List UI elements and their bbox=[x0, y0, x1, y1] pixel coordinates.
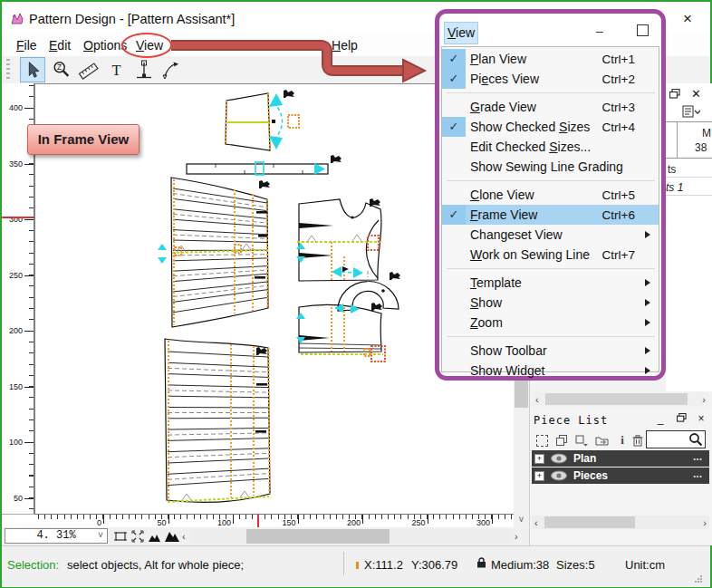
row-more-button[interactable]: ... bbox=[693, 450, 702, 463]
menu-item-changeset-view[interactable]: Changeset View bbox=[442, 225, 659, 245]
piece-list-row-plan[interactable]: +Plan... bbox=[532, 450, 709, 467]
menu-item-clone-view[interactable]: Clone ViewCtrl+5 bbox=[442, 185, 659, 205]
menu-item-show-checked-sizes[interactable]: ✓Show Checked SizesCtrl+4 bbox=[442, 117, 659, 137]
select-cursor-icon bbox=[23, 60, 43, 80]
select-tool-button[interactable] bbox=[20, 57, 45, 82]
canvas-horizontal-scrollbar[interactable] bbox=[192, 529, 511, 544]
scrollbar-thumb[interactable] bbox=[544, 516, 635, 528]
checkmark-icon: ✓ bbox=[442, 49, 466, 69]
menubar-item-obscured-treatment[interactable]: Treatment bbox=[172, 36, 229, 54]
list-menu-icon[interactable] bbox=[682, 105, 700, 120]
check-column bbox=[442, 293, 466, 313]
menu-item-pieces-view[interactable]: ✓Pieces ViewCtrl+2 bbox=[442, 69, 659, 89]
menu-item-label: Zoom bbox=[470, 315, 503, 330]
menu-item-show-widget[interactable]: Show Widget bbox=[442, 361, 659, 381]
menubar-item-obscured-piece[interactable]: Piece bbox=[279, 36, 311, 54]
menu-item-zoom[interactable]: Zoom bbox=[442, 313, 659, 333]
toolbar-drag-handle[interactable] bbox=[6, 59, 10, 81]
menu-item-grade-view[interactable]: Grade ViewCtrl+3 bbox=[442, 97, 659, 117]
menu-item-show-sewing-line-grading[interactable]: Show Sewing Line Grading bbox=[442, 157, 659, 177]
menubar-item-help[interactable]: Help bbox=[332, 36, 358, 54]
v-scrollbar-down-arrow[interactable]: ˅ bbox=[514, 514, 529, 527]
zoom-level-combobox[interactable]: 4. 31% ˅ bbox=[5, 528, 108, 544]
v-scrollbar-thumb[interactable] bbox=[515, 381, 528, 408]
scroll-right-arrow[interactable]: › bbox=[703, 516, 707, 530]
resize-grip[interactable] bbox=[694, 573, 703, 582]
copy-piece-button[interactable] bbox=[553, 432, 570, 448]
panel-restore-icon[interactable] bbox=[669, 89, 680, 101]
size-value-fragment: 38 bbox=[695, 141, 707, 154]
grain-marks bbox=[255, 211, 267, 279]
pin-tool-button[interactable] bbox=[131, 57, 157, 82]
zoom-extents-button[interactable] bbox=[130, 529, 145, 544]
check-column bbox=[442, 97, 466, 117]
curve-tool-button[interactable] bbox=[158, 57, 183, 82]
row-fragment-1: ts bbox=[668, 163, 676, 176]
horizontal-ruler-label: 0 bbox=[83, 518, 101, 527]
menubar-item-options[interactable]: Options bbox=[83, 36, 127, 54]
view-menu-popup: View – ✓Plan ViewCtrl+1✓Pieces ViewCtrl+… bbox=[435, 9, 666, 381]
view-menu-header[interactable]: View bbox=[444, 22, 478, 44]
menubar-item-file[interactable]: File bbox=[16, 36, 37, 54]
info-button[interactable]: i bbox=[614, 432, 630, 448]
copy-icon bbox=[556, 435, 568, 447]
panel-restore-button[interactable] bbox=[673, 412, 689, 425]
delete-button[interactable] bbox=[630, 432, 646, 448]
mdi-minimize-button[interactable]: – bbox=[590, 23, 610, 41]
piece-list-panel: Piece List _ × i +Plan...+Pieces... ‹ bbox=[530, 408, 712, 544]
copy-options-button[interactable] bbox=[573, 432, 590, 448]
piece-search-input[interactable] bbox=[648, 432, 691, 448]
expander-plus-icon[interactable]: + bbox=[534, 454, 544, 464]
panel-close-icon[interactable]: ✕ bbox=[691, 87, 701, 101]
menu-item-label: Grade View bbox=[470, 100, 536, 114]
piece-list-row-pieces[interactable]: +Pieces... bbox=[532, 468, 709, 484]
pattern-piece-skirt-front bbox=[158, 178, 268, 327]
folder-export-icon bbox=[595, 435, 609, 446]
piece-list-h-scrollbar[interactable]: ‹ › bbox=[532, 516, 709, 529]
select-pieces-button[interactable] bbox=[534, 432, 550, 448]
row-more-button[interactable]: ... bbox=[693, 468, 702, 480]
zoom-in-view-button[interactable] bbox=[164, 529, 179, 544]
menubar-item-edit[interactable]: Edit bbox=[49, 36, 71, 54]
menu-item-template[interactable]: Template bbox=[442, 273, 659, 293]
visibility-eye-icon[interactable] bbox=[550, 470, 568, 484]
menu-item-show-toolbar[interactable]: Show Toolbar bbox=[442, 341, 659, 361]
h-scrollbar-thumb[interactable] bbox=[246, 529, 390, 544]
panel-close-button[interactable]: × bbox=[693, 412, 709, 425]
trash-icon bbox=[632, 435, 643, 447]
scroll-left-arrow[interactable]: ‹ bbox=[534, 516, 538, 530]
menubar-item-view[interactable]: View bbox=[136, 36, 163, 54]
fit-frame-button[interactable] bbox=[112, 529, 128, 544]
scroll-right-arrow[interactable]: › bbox=[515, 529, 518, 544]
scrollbar-thumb[interactable] bbox=[545, 393, 688, 405]
measure-tool-button[interactable] bbox=[76, 57, 101, 82]
menu-item-show[interactable]: Show bbox=[442, 293, 659, 313]
zoom-out-view-button[interactable] bbox=[147, 529, 162, 544]
window-close-button[interactable]: × bbox=[676, 9, 699, 29]
menubar-item-obscured-grade[interactable]: Grade bbox=[236, 36, 271, 54]
scroll-left-arrow[interactable]: ‹ bbox=[535, 392, 539, 407]
menu-item-edit-checked-sizes[interactable]: Edit Checked Sizes... bbox=[442, 137, 659, 157]
text-tool-button[interactable]: T bbox=[104, 57, 130, 82]
base-size-value: Medium:38 bbox=[491, 558, 549, 572]
scroll-left-arrow[interactable]: ‹ bbox=[182, 529, 186, 544]
panel-minimize-button[interactable]: _ bbox=[652, 412, 669, 425]
scroll-right-arrow[interactable]: › bbox=[702, 392, 706, 407]
export-piece-button[interactable] bbox=[593, 432, 610, 448]
search-icon bbox=[688, 432, 703, 449]
menu-item-label: Plan View bbox=[470, 52, 526, 66]
menu-separator bbox=[442, 177, 659, 185]
menu-item-label: Show bbox=[470, 295, 502, 310]
check-column bbox=[442, 137, 466, 157]
unit-value: Unit:cm bbox=[625, 558, 665, 572]
status-bar: Selection: select objects, Alt for whole… bbox=[2, 545, 710, 587]
menu-item-label: Show Checked Sizes bbox=[470, 120, 590, 134]
expander-plus-icon[interactable]: + bbox=[534, 471, 544, 481]
visibility-eye-icon[interactable] bbox=[550, 453, 568, 467]
menu-item-work-on-sewing-line[interactable]: Work on Sewing LineCtrl+7 bbox=[442, 245, 659, 265]
mdi-maximize-button[interactable] bbox=[637, 24, 649, 36]
menu-item-plan-view[interactable]: ✓Plan ViewCtrl+1 bbox=[442, 49, 659, 69]
zoom-tool-button[interactable]: Z bbox=[49, 57, 74, 82]
menu-item-frame-view[interactable]: ✓Frame ViewCtrl+6 bbox=[442, 205, 659, 225]
dock-panel-h-scrollbar[interactable]: ‹ › bbox=[533, 392, 708, 406]
